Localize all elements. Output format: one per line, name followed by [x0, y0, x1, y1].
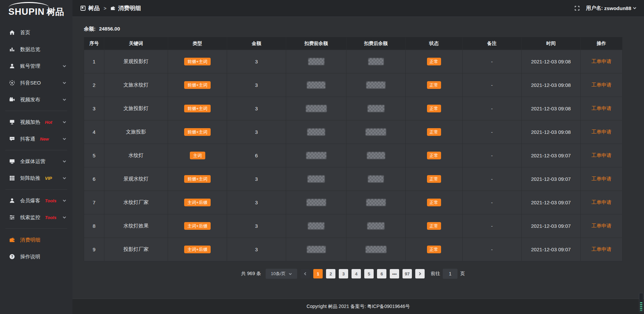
sidebar-item-account-manage[interactable]: 账号管理 [0, 58, 72, 74]
cell-balance-before [286, 167, 346, 191]
sidebar-item-video-heat[interactable]: 视频加热Hot [0, 114, 72, 130]
breadcrumb-item-home[interactable]: 树品 [88, 4, 100, 12]
sidebar-item-consume-detail[interactable]: 消费明细 [0, 231, 72, 248]
cell-status: 正常 [406, 73, 463, 97]
redacted-value [368, 175, 384, 182]
chevron-down-icon [62, 98, 66, 102]
work-order-link[interactable]: 工单申请 [591, 82, 611, 88]
sidebar-item-label: 抖客通 [20, 136, 35, 142]
page-size-select[interactable]: 10条/页 [266, 269, 297, 279]
goto-page-input[interactable] [443, 269, 458, 279]
work-order-link[interactable]: 工单申请 [591, 105, 611, 111]
cell-time: 2021-12-03 09:07 [522, 167, 581, 191]
wallet-icon [9, 237, 15, 243]
sidebar-item-douketong[interactable]: 抖客通New [0, 130, 72, 147]
redacted-value [308, 222, 324, 229]
work-order-link[interactable]: 工单申请 [591, 152, 611, 158]
work-order-link[interactable]: 工单申请 [591, 129, 611, 135]
cell-status: 正常 [406, 238, 463, 261]
sidebar-item-douyin-seo[interactable]: 抖音SEO [0, 74, 72, 91]
sidebar-item-badge: Tools [45, 198, 56, 203]
sidebar-item-data-overview[interactable]: 数据总览 [0, 41, 72, 58]
cell-balance-after [346, 167, 406, 191]
redacted-value [307, 82, 325, 89]
monitor-icon [9, 158, 15, 165]
grid-icon [9, 175, 15, 181]
sidebar-item-home[interactable]: 首页 [0, 24, 72, 41]
work-order-link[interactable]: 工单申请 [591, 58, 611, 64]
sidebar-item-member-baoke[interactable]: 会员爆客Tools [0, 192, 72, 209]
logo-text-cn: 树品 [47, 6, 64, 18]
cell-time: 2021-12-03 09:08 [522, 73, 581, 97]
logo-arc [9, 2, 49, 7]
cell-keyword: 文旅投影 [104, 120, 168, 144]
page-button-3[interactable]: 3 [339, 269, 348, 278]
page-button-6[interactable]: 6 [377, 269, 386, 278]
prev-page-button[interactable] [301, 269, 310, 278]
status-badge: 正常 [427, 246, 441, 253]
cell-action: 工单申请 [581, 144, 623, 167]
chevron-down-icon [62, 199, 66, 203]
page-size-value: 10条/页 [271, 271, 286, 277]
cell-keyword: 景观水纹灯 [104, 167, 168, 191]
page-button-4[interactable]: 4 [352, 269, 361, 278]
status-badge: 正常 [427, 199, 441, 206]
cell-time: 2021-12-03 09:08 [522, 50, 581, 73]
sidebar-item-media-operation[interactable]: 全媒体运营 [0, 153, 72, 170]
redacted-value [306, 105, 327, 112]
sidebar-item-matrix-boost[interactable]: 矩阵助推VIP [0, 170, 72, 187]
cell-type: 主词+后缀 [168, 191, 227, 214]
page-button-97[interactable]: 97 [402, 269, 412, 278]
sidebar-divider [5, 111, 67, 111]
page-ellipsis-button[interactable]: ••• [390, 269, 399, 278]
user-icon [9, 197, 15, 204]
redacted-value [308, 58, 324, 65]
cell-action: 工单申请 [581, 73, 623, 97]
sidebar-item-label: 视频加热 [20, 119, 40, 125]
type-badge: 主词+后缀 [184, 222, 211, 230]
column-header: 操作 [581, 37, 623, 50]
wallet-icon [110, 6, 115, 11]
cell-status: 正常 [406, 120, 463, 144]
page-button-2[interactable]: 2 [326, 269, 335, 278]
status-badge: 正常 [427, 128, 441, 136]
user-menu[interactable]: 用户名: zswodun88 [586, 5, 637, 11]
cell-keyword: 水纹灯厂家 [104, 191, 168, 214]
cell-index: 1 [84, 50, 104, 73]
work-order-link[interactable]: 工单申请 [591, 246, 611, 252]
sidebar-item-clue-monitor[interactable]: 线索监控Tools [0, 209, 72, 226]
next-page-button[interactable] [415, 269, 425, 278]
fullscreen-icon[interactable] [574, 5, 580, 11]
gear-icon [9, 80, 15, 86]
cell-type: 前缀+主词 [168, 97, 227, 120]
cell-time: 2021-12-03 09:08 [522, 97, 581, 120]
work-order-link[interactable]: 工单申请 [591, 223, 611, 228]
page-buttons: 123456•••97 [313, 269, 412, 278]
balance-label: 余额: [84, 26, 96, 32]
chevron-down-icon [633, 5, 637, 11]
cell-index: 7 [84, 191, 104, 214]
page-button-5[interactable]: 5 [364, 269, 374, 278]
work-order-link[interactable]: 工单申请 [591, 176, 611, 181]
screen-icon [9, 119, 15, 125]
username-value: zswodun88 [604, 5, 631, 11]
logo-text-en: SHUPIN [8, 7, 45, 17]
sidebar-item-video-publish[interactable]: 视频发布 [0, 91, 72, 108]
extension-widget[interactable] [639, 293, 643, 312]
status-badge: 正常 [427, 152, 441, 159]
sidebar-item-label: 消费明细 [20, 237, 40, 243]
cell-type: 主词+后缀 [168, 214, 227, 238]
column-header: 备注 [463, 37, 522, 50]
page-button-1[interactable]: 1 [313, 269, 323, 278]
chat-icon [9, 136, 15, 142]
cell-index: 4 [84, 120, 104, 144]
cell-index: 2 [84, 73, 104, 97]
work-order-link[interactable]: 工单申请 [591, 199, 611, 205]
breadcrumb: 树品 > 消费明细 [80, 4, 141, 12]
cell-status: 正常 [406, 144, 463, 167]
cell-keyword: 景观投影灯 [104, 50, 168, 73]
sidebar-item-operation-guide[interactable]: ?操作说明 [0, 248, 72, 265]
sidebar-item-label: 视频发布 [20, 97, 40, 103]
sidebar-item-label: 账号管理 [20, 63, 40, 69]
cell-keyword: 水纹灯 [104, 144, 168, 167]
